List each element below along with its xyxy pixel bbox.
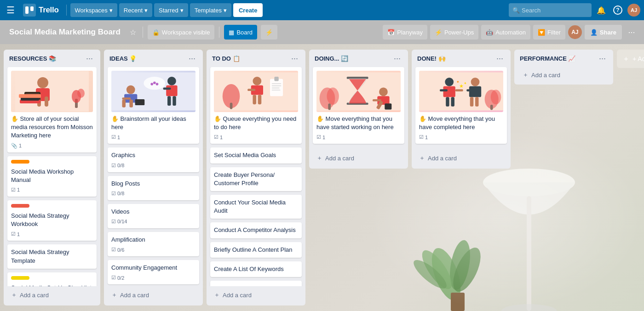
card-doing-cover[interactable]: ✋ Move everything that you have started …	[313, 67, 404, 144]
plus-icon: ＋	[214, 291, 220, 299]
card-ideas-cover[interactable]: ✋ Brainstorm all your ideas here ☑ 1	[108, 67, 199, 144]
list-doing-menu-button[interactable]: ···	[392, 53, 402, 63]
create-button[interactable]: Create	[233, 3, 263, 17]
list-done-menu-button[interactable]: ···	[494, 53, 505, 63]
info-button[interactable]: ?	[611, 3, 625, 17]
customize-button[interactable]: ⚡	[261, 25, 277, 40]
templates-button[interactable]: Templates ▾	[190, 3, 231, 17]
checklist-count: ☑ 0/6	[111, 247, 124, 253]
notification-button[interactable]: 🔔	[594, 3, 608, 17]
board-title[interactable]: Social Media Marketing Board	[6, 26, 124, 39]
more-options-button[interactable]: ···	[625, 25, 638, 39]
chevron-down-icon: ▾	[109, 7, 113, 14]
card-todo-audit[interactable]: Conduct Your Social Media Audit	[210, 195, 302, 219]
search-input[interactable]	[509, 3, 592, 17]
trello-logo[interactable]: Trello	[19, 2, 63, 18]
plus-icon: ＋	[523, 71, 529, 79]
card-ideas-videos[interactable]: Videos ☑ 0/14	[108, 204, 199, 228]
add-card-ideas-button[interactable]: ＋ Add a card	[108, 288, 199, 302]
card-text: Social Media Strategy Workbook	[11, 212, 93, 228]
chevron-down-icon: ▾	[144, 7, 148, 14]
card-ideas-amplification[interactable]: Amplification ☑ 0/6	[108, 232, 199, 256]
card-cover	[11, 71, 93, 112]
svg-rect-69	[440, 89, 448, 91]
card-meta: ☑ 0/14	[111, 219, 196, 225]
card-resources-5[interactable]: Social Media Set-Up Checklist ☑ 1	[7, 272, 97, 286]
list-ideas-menu-button[interactable]: ···	[187, 53, 197, 63]
recent-button[interactable]: Recent ▾	[119, 3, 152, 17]
chevron-down-icon: ▾	[180, 7, 184, 14]
list-todo: TO DO 📋 ···	[207, 50, 305, 305]
svg-text:✦: ✦	[456, 80, 460, 84]
card-resources-2[interactable]: Social Media Workshop Manual ☑ 1	[7, 156, 97, 197]
svg-rect-31	[135, 99, 145, 105]
card-cover	[214, 71, 298, 112]
list-todo-menu-button[interactable]: ···	[289, 53, 300, 63]
card-text: Briefly Outline A Content Plan	[214, 246, 298, 254]
card-label-red	[11, 204, 29, 208]
list-done-title: DONE! 🙌	[417, 55, 494, 62]
add-card-doing-button[interactable]: ＋ Add a card	[313, 151, 404, 165]
card-todo-calendar[interactable]: Create A Content Calendar On Hootsuite	[210, 281, 302, 286]
add-card-performance-inline-button[interactable]: ＋ Add a card	[518, 67, 610, 83]
share-button[interactable]: 👤 Share	[585, 25, 622, 40]
svg-rect-16	[45, 96, 48, 107]
calendar-icon: 📅	[387, 29, 395, 36]
star-board-button[interactable]: ☆	[128, 26, 138, 39]
power-ups-button[interactable]: ⚡ Power-Ups	[430, 25, 478, 40]
add-card-done-button[interactable]: ＋ Add a card	[415, 151, 507, 165]
svg-rect-45	[253, 95, 256, 105]
svg-rect-65	[328, 103, 331, 110]
svg-point-82	[491, 90, 501, 104]
card-text: Create Buyer Persona/ Customer Profile	[214, 171, 298, 187]
list-todo-footer: ＋ Add a card	[207, 286, 305, 305]
svg-point-39	[153, 81, 156, 84]
checklist-icon: ☑	[111, 191, 116, 197]
checklist-icon: ☑	[11, 231, 16, 237]
add-list-button[interactable]: ＋ + Add another list	[617, 50, 644, 68]
add-card-resources-button[interactable]: ＋ Add a card	[7, 288, 97, 302]
card-meta: ☑ 1	[316, 134, 401, 140]
planyway-button[interactable]: 📅 Planyway	[383, 25, 427, 40]
svg-rect-28	[122, 97, 131, 100]
card-todo-cover[interactable]: ✋ Queue everything you need to do here ☑…	[210, 67, 302, 144]
svg-rect-1	[25, 6, 29, 14]
checklist-icon: ☑	[419, 134, 424, 140]
card-todo-goals[interactable]: Set Social Media Goals	[210, 147, 302, 163]
board-view-button[interactable]: ▦ Board	[224, 25, 257, 40]
menu-toggle-button[interactable]: ☰	[4, 3, 17, 17]
card-todo-content-plan[interactable]: Briefly Outline A Content Plan	[210, 242, 302, 258]
starred-button[interactable]: Starred ▾	[154, 3, 188, 17]
card-ideas-community[interactable]: Community Engagement ☑ 0/2	[108, 260, 199, 284]
card-ideas-blog-posts[interactable]: Blog Posts ☑ 0/8	[108, 176, 199, 200]
svg-rect-30	[129, 100, 133, 107]
checklist-count: ☑ 1	[111, 134, 120, 140]
filter-button[interactable]: 🔽 Filter	[533, 25, 565, 40]
card-meta: ☑ 1	[214, 134, 298, 140]
plus-icon: ＋	[419, 154, 425, 162]
card-todo-persona[interactable]: Create Buyer Persona/ Customer Profile	[210, 167, 302, 191]
list-resources-cards: ✋ Store all of your social media resourc…	[4, 65, 100, 286]
card-ideas-graphics[interactable]: Graphics ☑ 0/8	[108, 147, 199, 172]
user-avatar[interactable]: AJ	[627, 4, 640, 17]
list-performance-menu-button[interactable]: ···	[597, 53, 608, 63]
automation-button[interactable]: 🤖 Automation	[481, 25, 530, 40]
card-todo-keywords[interactable]: Create A List Of Keywords	[210, 261, 302, 277]
card-todo-competitor[interactable]: Conduct A Competitor Analysis	[210, 222, 302, 238]
svg-rect-56	[347, 77, 368, 79]
card-resources-1[interactable]: ✋ Store all of your social media resourc…	[7, 67, 97, 153]
trello-logo-icon	[23, 4, 36, 17]
checklist-icon: ☑	[111, 247, 116, 253]
board-user-avatar[interactable]: AJ	[568, 25, 582, 39]
list-ideas: IDEAS 💡 ···	[104, 50, 203, 305]
card-done-cover[interactable]: ★ ✦ ✦ ✋ Move everything that you have co…	[415, 67, 507, 144]
checklist-count: ☑ 0/8	[111, 163, 124, 169]
svg-rect-0	[23, 4, 36, 17]
card-resources-4[interactable]: Social Media Strategy Template	[7, 244, 97, 268]
card-resources-3[interactable]: Social Media Strategy Workbook ☑ 1	[7, 200, 97, 241]
workspace-visible-button[interactable]: 🔒 Workspace visible	[148, 25, 215, 40]
list-resources-menu-button[interactable]: ···	[84, 53, 95, 63]
add-card-todo-button[interactable]: ＋ Add a card	[210, 288, 302, 302]
workspaces-button[interactable]: Workspaces ▾	[70, 3, 117, 17]
list-performance-title: PERFORMANCE 📈	[520, 55, 597, 62]
